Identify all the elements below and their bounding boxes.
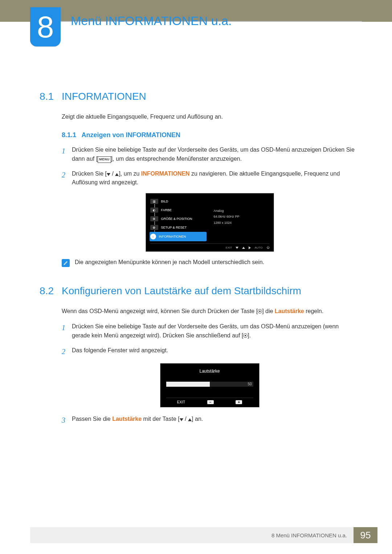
jog-icon <box>243 333 248 338</box>
step-number-2b: 2 <box>62 346 72 357</box>
up-icon <box>242 247 245 249</box>
subsection-811: 8.1.1 Anzeigen von INFORMATIONEN <box>62 131 358 139</box>
up-icon <box>188 418 192 421</box>
sec82-step3: Passen Sie die Lautstärke mit der Taste … <box>72 415 358 426</box>
section-title-81: INFORMATIONEN <box>62 91 146 102</box>
size-icon: ⊞ <box>150 216 158 221</box>
footer-text: 8 Menü INFORMATIONEN u.a. <box>30 527 354 543</box>
osd-item-info: INFORMATIONEN <box>159 235 186 238</box>
osd-item-setup: SETUP & RESET <box>161 226 187 229</box>
osd-item-bild: BILD <box>161 200 168 203</box>
section-number-82: 8.2 <box>0 285 62 297</box>
step-number-1b: 1 <box>62 322 72 340</box>
minus-icon: − <box>207 400 214 404</box>
volume-highlight-2: Lautstärke <box>112 416 142 422</box>
step-2-text: Drücken Sie [ / ], um zu INFORMATIONEN z… <box>72 169 358 188</box>
section-number-81: 8.1 <box>0 91 62 102</box>
plus-icon: + <box>236 400 242 404</box>
sec82-step2: Das folgende Fenster wird angezeigt. <box>72 346 358 357</box>
osd-info-panel: ▥BILD ◐FARBE ⊞GRÖßE & POSITION ✿SETUP & … <box>146 193 274 252</box>
step-number-1: 1 <box>62 145 72 164</box>
volume-panel: Lautstärke 50 EXIT − + <box>160 363 260 407</box>
down-icon <box>107 173 110 176</box>
sec82-step1: Drücken Sie eine beliebige Taste auf der… <box>72 322 358 340</box>
section-title-82: Konfigurieren von Lautstärke auf dem Sta… <box>62 285 301 297</box>
volume-exit-label: EXIT <box>177 400 185 404</box>
step-number-3b: 3 <box>62 415 72 426</box>
osd-signal: Analog <box>214 208 269 214</box>
osd-res: 1280 x 1024 <box>214 220 269 226</box>
power-icon: ⏻ <box>266 246 269 249</box>
section-81-intro: Zeigt die aktuelle Eingangsquelle, Frequ… <box>62 112 358 121</box>
nav-target: INFORMATIONEN <box>141 171 190 177</box>
chapter-title: Menü INFORMATIONEN u.a. <box>71 14 232 28</box>
down-icon <box>180 418 183 421</box>
osd-item-farbe: FARBE <box>161 208 172 212</box>
chapter-number: 8 <box>37 12 54 42</box>
play-icon <box>249 246 251 249</box>
osd-nav: ▥BILD ◐FARBE ⊞GRÖßE & POSITION ✿SETUP & … <box>150 197 207 241</box>
subsection-number: 8.1.1 <box>62 131 76 139</box>
up-icon <box>115 173 119 176</box>
volume-bar: 50 <box>166 382 253 387</box>
chapter-badge: 8 <box>30 7 61 46</box>
gear-icon: ✿ <box>150 225 158 230</box>
osd-exit-label: EXIT <box>226 246 232 249</box>
note-icon <box>62 259 70 267</box>
osd-auto-label: AUTO <box>254 246 262 249</box>
page-footer: 8 Menü INFORMATIONEN u.a. 95 <box>30 527 377 543</box>
jog-icon <box>258 309 262 313</box>
menu-button-icon: MENU <box>98 156 111 163</box>
volume-value: 50 <box>248 382 252 387</box>
page-number: 95 <box>354 527 377 543</box>
down-icon <box>236 247 238 249</box>
picture-icon: ▥ <box>150 199 158 204</box>
step-number-2: 2 <box>62 169 72 188</box>
osd-item-size: GRÖßE & POSITION <box>161 217 192 221</box>
osd-info-values: Analog 64.0kHz 60Hz PP 1280 x 1024 <box>207 197 269 241</box>
section-82-intro: Wenn das OSD-Menü angezeigt wird, können… <box>62 307 358 316</box>
volume-highlight: Lautstärke <box>275 308 304 314</box>
subsection-title: Anzeigen von INFORMATIONEN <box>81 131 180 139</box>
osd-footer: EXIT AUTO ⏻ <box>150 243 269 251</box>
volume-bar-fill <box>166 382 210 387</box>
volume-title: Lautstärke <box>166 369 253 374</box>
note-text: Die angezeigten Menüpunkte können je nac… <box>75 259 264 266</box>
info-icon: i <box>150 234 156 239</box>
step-1-text: Drücken Sie eine beliebige Taste auf der… <box>72 145 358 164</box>
color-icon: ◐ <box>150 208 158 213</box>
osd-freq: 64.0kHz 60Hz PP <box>214 214 269 219</box>
